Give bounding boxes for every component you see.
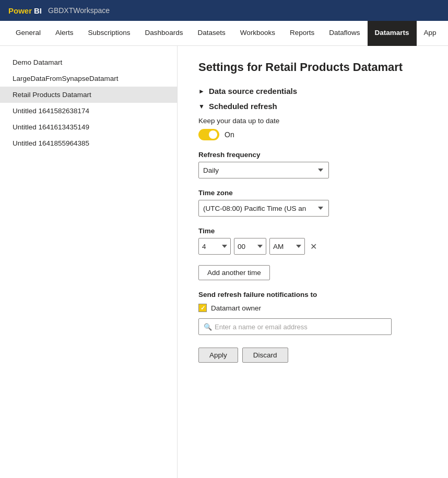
time-group: Time 4 123 567 8910 1112 00 153045 AM — [198, 227, 427, 255]
logo-bi: BI — [34, 6, 42, 15]
time-zone-label: Time zone — [198, 189, 427, 197]
sidebar-item-demo-datamart[interactable]: Demo Datamart — [0, 54, 177, 70]
sidebar-item-untitled-3[interactable]: Untitled 1641855964385 — [0, 135, 177, 151]
checkmark-icon: ✓ — [201, 305, 205, 312]
email-search-input[interactable] — [198, 318, 392, 335]
add-another-time-button[interactable]: Add another time — [198, 265, 270, 280]
time-hour-select[interactable]: 4 123 567 8910 1112 — [198, 238, 231, 255]
main-layout: Demo Datamart LargeDataFromSynapseDatama… — [0, 46, 448, 478]
logo: Power BI — [8, 6, 42, 15]
content-area: Settings for Retail Products Datamart ► … — [178, 46, 448, 478]
tab-datamarts[interactable]: Datamarts — [368, 21, 417, 46]
tab-datasets[interactable]: Datasets — [190, 21, 232, 46]
action-row: Apply Discard — [198, 348, 427, 363]
topbar: Power BI GBDXTWorkspace — [0, 0, 448, 21]
time-ampm-select[interactable]: AM PM — [269, 238, 305, 255]
remove-time-button[interactable]: ✕ — [308, 242, 319, 252]
time-zone-group: Time zone (UTC-08:00) Pacific Time (US a… — [198, 189, 427, 217]
refresh-frequency-group: Refresh frequency Daily Weekly Monthly — [198, 151, 427, 178]
data-source-section-header[interactable]: ► Data source credentials — [198, 87, 427, 95]
tab-dataflows[interactable]: Dataflows — [322, 21, 367, 46]
workspace-name: GBDXTWorkspace — [48, 6, 110, 15]
refresh-toggle[interactable] — [198, 129, 219, 140]
sidebar: Demo Datamart LargeDataFromSynapseDatama… — [0, 46, 178, 478]
tab-subscriptions[interactable]: Subscriptions — [81, 21, 138, 46]
scheduled-refresh-header[interactable]: ▼ Scheduled refresh — [198, 102, 427, 111]
scheduled-refresh-label: Scheduled refresh — [209, 102, 277, 111]
time-min-select[interactable]: 00 153045 — [234, 238, 266, 255]
sidebar-item-untitled-1[interactable]: Untitled 1641582638174 — [0, 103, 177, 119]
sidebar-item-untitled-2[interactable]: Untitled 1641613435149 — [0, 119, 177, 135]
datamart-owner-row: ✓ Datamart owner — [198, 304, 427, 312]
logo-power: Power — [8, 6, 32, 15]
tab-alerts[interactable]: Alerts — [48, 21, 81, 46]
toggle-row: On — [198, 129, 427, 140]
sidebar-item-large-data[interactable]: LargeDataFromSynapseDatamart — [0, 70, 177, 87]
notifications-group: Send refresh failure notifications to ✓ … — [198, 291, 427, 335]
refresh-frequency-label: Refresh frequency — [198, 151, 427, 159]
datamart-owner-label: Datamart owner — [211, 304, 261, 312]
toggle-track — [198, 129, 219, 140]
tab-app[interactable]: App — [417, 21, 444, 46]
refresh-frequency-select[interactable]: Daily Weekly Monthly — [198, 162, 329, 178]
data-source-label: Data source credentials — [209, 87, 297, 95]
tab-reports[interactable]: Reports — [282, 21, 322, 46]
tab-dashboards[interactable]: Dashboards — [138, 21, 191, 46]
tab-workbooks[interactable]: Workbooks — [233, 21, 282, 46]
send-refresh-label: Send refresh failure notifications to — [198, 291, 427, 298]
scheduled-refresh-section: ▼ Scheduled refresh Keep your data up to… — [198, 102, 427, 363]
page-title: Settings for Retail Products Datamart — [198, 61, 427, 74]
tab-general[interactable]: General — [8, 21, 48, 46]
apply-button[interactable]: Apply — [198, 348, 238, 363]
time-row: 4 123 567 8910 1112 00 153045 AM PM ✕ — [198, 238, 427, 255]
sidebar-item-retail-products[interactable]: Retail Products Datamart — [0, 87, 177, 103]
toggle-on-label: On — [225, 130, 234, 139]
nav-tabs: General Alerts Subscriptions Dashboards … — [0, 21, 448, 46]
discard-button[interactable]: Discard — [242, 348, 288, 363]
toggle-thumb — [209, 130, 217, 139]
keep-data-label: Keep your data up to date — [198, 117, 427, 125]
search-icon: 🔍 — [204, 323, 212, 331]
time-zone-select[interactable]: (UTC-08:00) Pacific Time (US an (UTC-05:… — [198, 200, 329, 217]
data-source-arrow-icon: ► — [198, 88, 205, 95]
scheduled-refresh-arrow-icon: ▼ — [198, 103, 205, 110]
datamart-owner-checkbox[interactable]: ✓ — [198, 304, 207, 312]
time-label: Time — [198, 227, 427, 235]
email-search-wrap: 🔍 — [198, 318, 392, 335]
